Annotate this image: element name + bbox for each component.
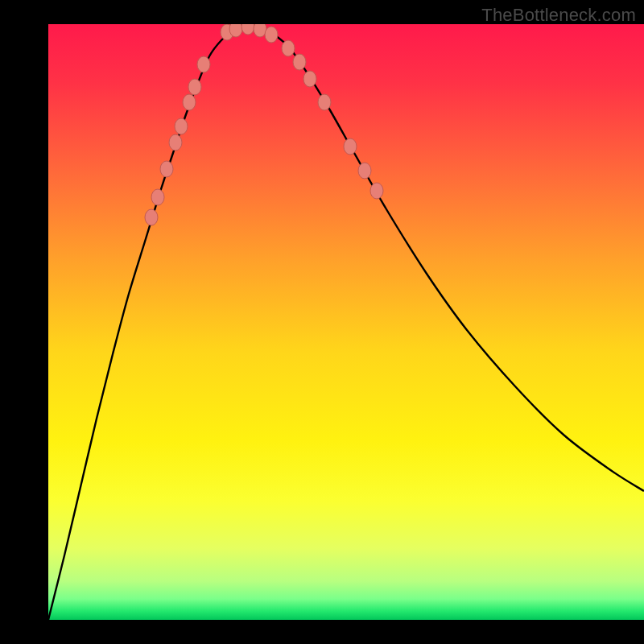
curve-marker xyxy=(293,54,306,70)
curve-marker xyxy=(370,183,383,199)
watermark-text: TheBottleneck.com xyxy=(481,5,636,26)
curve-marker xyxy=(282,40,295,56)
curve-marker xyxy=(242,24,254,35)
curve-marker xyxy=(344,138,357,155)
curve-marker xyxy=(151,189,164,205)
curve-marker xyxy=(303,71,316,87)
bottleneck-curve xyxy=(48,24,644,620)
chart-plot-area xyxy=(48,24,644,620)
curve-marker xyxy=(318,94,331,110)
curve-marker xyxy=(358,163,371,179)
curve-marker xyxy=(197,56,210,72)
curve-marker xyxy=(183,94,196,110)
curve-marker xyxy=(229,24,242,37)
curve-marker xyxy=(145,209,158,225)
curve-marker xyxy=(175,118,188,134)
curve-marker xyxy=(188,79,201,95)
curve-marker xyxy=(169,134,182,151)
curve-marker xyxy=(160,161,173,177)
curve-marker xyxy=(265,27,278,43)
